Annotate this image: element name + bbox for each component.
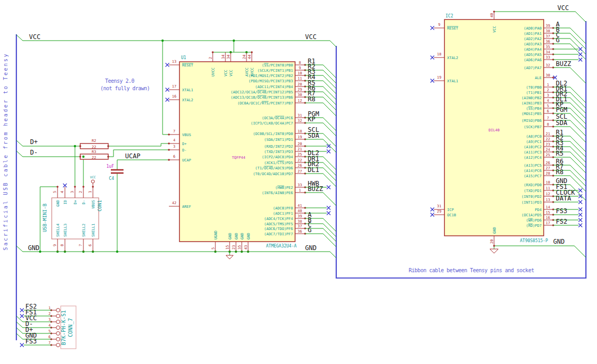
net-label[interactable]: R8 [556,168,563,176]
pin-name: (ADC6/TDO)PF6 [264,227,293,231]
pin-number: 25 [546,153,550,157]
net-label-dplus[interactable]: D+ [30,138,37,146]
pin-name: SHELL1 [91,224,96,237]
net-label[interactable]: KP [308,116,315,123]
u1-package: TQFP44 [232,156,245,160]
net-label-gnd-left[interactable]: GND [28,244,40,252]
net-label-dminus[interactable]: D- [30,149,37,156]
u1-value[interactable]: ATMEGA32U4-A [266,244,297,248]
net-label[interactable]: PGM [556,106,567,113]
pin-number: 20 [298,142,302,146]
pin-name: (PDO/MISO/PCINT3)PB3 [249,79,293,83]
pin-number: 13 [546,198,550,202]
vcc-rail [16,35,336,47]
net-label[interactable]: G [308,226,311,234]
connector-pin-circle [56,320,60,324]
pin-number: 6 [547,109,549,113]
pin-number: 40 [298,209,302,213]
net-wire[interactable] [16,322,51,328]
net-label-ic2-gnd[interactable]: GND [553,238,565,245]
pin-number: 17 [172,84,176,89]
pin-number: 14 [546,205,550,209]
u1-ref[interactable]: U1 [181,55,186,60]
r2-ref[interactable]: R2 [92,139,96,143]
connector-pin-circle [56,332,60,336]
net-label[interactable]: FS3 [25,338,37,345]
pin-name: (MOSI)PB5 [522,112,542,116]
r3-value[interactable]: 22 [92,156,96,160]
pin-number: 7 [79,244,83,246]
net-label[interactable]: DATA [556,195,572,202]
net-label[interactable]: G [556,36,560,44]
pin-number: 37 [546,34,550,39]
net-label-ucap[interactable]: UCAP [125,152,140,160]
pin-name: (OC3A/OC4A)PC6 [262,116,293,120]
connector-pin-circle [56,309,60,312]
r3-ref[interactable]: R3 [92,150,96,154]
net-wire[interactable] [553,44,586,60]
net-label[interactable]: R5 [556,150,563,157]
ic2-ref[interactable]: IC2 [446,14,453,18]
pin-number: 11 [298,76,302,81]
pin-name: (RXD)PD0 [524,183,542,187]
pin-dot [168,149,170,151]
pin-number: 41 [298,204,302,208]
pin-number: 23 [232,245,236,250]
net-label[interactable]: BUZZ [556,60,571,68]
pin-number: 27 [546,166,550,170]
pin-name: (XCK1/CTS)PD5 [264,161,293,165]
pin-name: (T0/OC4D/ADC10)PD7 [253,172,293,176]
net-label[interactable]: SDA [308,132,319,139]
teensy-note-line1: Teensy 2.0 [105,78,135,84]
pin-number: 16 [546,216,550,220]
pin-name: XTAL2 [182,98,193,102]
r2-value[interactable]: 22 [92,145,96,149]
pin-number: 5 [211,247,215,250]
pin-name: (ADC4/TCK)PF4 [264,217,293,221]
pin-number: 30 [298,93,302,97]
pin-number: 22 [298,158,302,162]
conn7-value[interactable]: B7K-PH-K-S1 [61,310,67,345]
con1-ref[interactable]: CON1 [97,200,102,212]
pin-number: 5 [547,104,549,108]
conn7-ref[interactable]: CONN_7 [68,318,74,337]
net-label[interactable]: SDA [556,119,567,127]
pin-number: 3 [70,191,74,193]
net-label[interactable]: DL1 [308,166,319,174]
schematic-canvas: VCC VCC GND GND D+ D- UCAP VCC GND VCC U… [0,0,597,364]
net-label[interactable]: BUZZ [308,185,323,193]
net-label-ic2-vcc[interactable]: VCC [557,4,569,12]
net-label[interactable]: FS2 [556,218,567,225]
pin-name: (T1)PB1 [526,91,542,95]
net-label-vcc-right[interactable]: VCC [305,33,317,41]
pin-number: 1 [299,188,301,193]
pin-name: (TXD)PD1 [524,189,542,193]
gnd-symbol-ic2 [490,249,498,253]
ic2-package: DIL40 [488,128,499,132]
con1-value[interactable]: USB-MINI-B [42,204,48,232]
pin-number: 11 [546,186,550,190]
net-label-gnd-right[interactable]: GND [305,244,317,252]
c4-ref[interactable]: C4 [109,176,114,181]
pin-number: 15 [546,210,550,215]
net-label[interactable]: FS3 [556,207,567,215]
pin-dot [168,159,170,161]
pin-number: 4 [49,323,51,328]
pin-name: (ADC5/TMS)PF5 [264,222,293,226]
ic2-value[interactable]: AT90S8515-P [520,238,548,243]
pin-number: 39 [546,24,550,28]
net-wire[interactable] [305,193,336,206]
connector-pin-circle [56,338,60,341]
pin-name: VCC [492,26,497,33]
pin-number: 29 [298,88,302,92]
c4-value[interactable]: 1uF [107,164,115,169]
pin-number: 36 [298,229,302,234]
pin-number: 33 [298,183,302,187]
pin-name: UGND [214,231,218,240]
net-label-vcc-left[interactable]: VCC [29,33,41,41]
pin-name: (AIN1)PB3 [522,101,542,106]
pin-name: (A11)PC3 [524,150,542,155]
pin-name: (A13)PC5 [524,164,542,168]
pin-name: ALE [535,76,542,80]
net-label[interactable]: R8 [308,95,315,103]
